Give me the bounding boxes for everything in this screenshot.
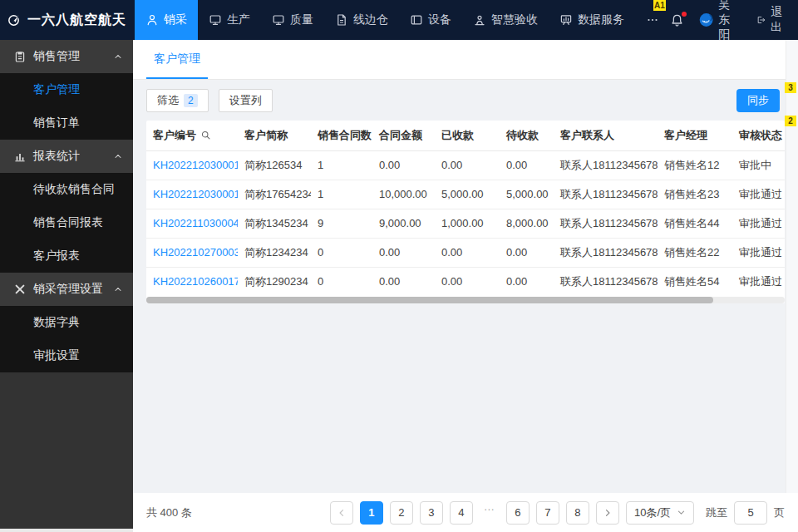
sidebar-item-customer-management[interactable]: 客户管理 <box>0 73 133 106</box>
column-header: 客户简称 <box>238 121 311 150</box>
table-cell: 简称17654234 <box>238 180 311 209</box>
sidebar-group-label: 销售管理 <box>33 49 106 64</box>
customer-id-link[interactable]: KH202210260017 <box>146 267 238 296</box>
nav-item-label: 生产 <box>227 12 250 27</box>
table-cell: 1,000.00 <box>435 209 500 238</box>
search-icon[interactable] <box>200 130 211 140</box>
tools-icon <box>13 283 27 296</box>
filter-button[interactable]: 筛选 2 <box>146 89 209 112</box>
table-cell: 销售姓名23 <box>658 180 732 209</box>
notification-bell-icon[interactable] <box>670 13 684 27</box>
sidebar-submenu: 数据字典审批设置 <box>0 306 133 372</box>
nav-item-lineside-warehouse[interactable]: 线边仓 <box>324 0 399 40</box>
horizontal-scrollbar <box>146 297 785 303</box>
page-button-2[interactable]: 2 <box>390 501 413 525</box>
table-cell: 简称1234234 <box>238 238 311 267</box>
bar-chart-icon <box>13 150 27 163</box>
pager: 1234...678 10条/页 跳至 页 <box>330 501 785 525</box>
column-header: 合同金额 <box>372 121 435 150</box>
table-cell: 1 <box>311 180 372 209</box>
page-button-3[interactable]: 3 <box>420 501 443 525</box>
column-settings-button[interactable]: 设置列 <box>219 89 273 112</box>
table-cell: 10,000.00 <box>372 180 435 209</box>
table-cell: 0.00 <box>500 150 554 180</box>
sidebar-group-report-statistics[interactable]: 报表统计 <box>0 140 133 173</box>
nav-item-equipment[interactable]: 设备 <box>399 0 462 40</box>
sidebar-item-approval-settings[interactable]: 审批设置 <box>0 339 133 372</box>
table-cell: 0 <box>311 267 372 296</box>
company-logo-icon <box>7 5 21 35</box>
sidebar-group-sales-management[interactable]: 销售管理 <box>0 40 133 73</box>
sidebar-group-procurement-settings[interactable]: 销采管理设置 <box>0 273 133 306</box>
sidebar-item-data-dictionary[interactable]: 数据字典 <box>0 306 133 339</box>
table-cell: 联系人18112345678 <box>554 238 658 267</box>
page-button-1[interactable]: 1 <box>360 501 383 525</box>
logout-button[interactable]: 退出 <box>756 5 786 35</box>
file-icon <box>335 13 348 27</box>
monitor-icon <box>209 13 222 27</box>
table-cell: 审批通过 <box>732 180 785 209</box>
sync-button[interactable]: 同步 <box>736 89 780 112</box>
table-cell: 0.00 <box>372 150 435 180</box>
table-row: KH202210260017简称129023400.000.000.00联系人1… <box>146 267 785 296</box>
nav-item-label: 质量 <box>290 12 313 27</box>
column-header: 客户编号 <box>146 121 238 150</box>
customer-id-link[interactable]: KH202210270003 <box>146 238 238 267</box>
page-button-7[interactable]: 7 <box>536 501 559 525</box>
annotation-tag-3: 3 <box>785 82 796 93</box>
table-row: KH202210270003简称123423400.000.000.00联系人1… <box>146 238 785 267</box>
nav-item-smart-acceptance[interactable]: 智慧验收 <box>462 0 549 40</box>
window-scrollbar[interactable] <box>786 40 798 493</box>
total-count: 共 400 条 <box>146 505 192 520</box>
jump-page-input[interactable] <box>734 501 767 525</box>
page-button-8[interactable]: 8 <box>566 501 589 525</box>
table-cell: 销售姓名12 <box>658 150 732 180</box>
column-header: 销售合同数 <box>311 121 372 150</box>
table-cell: 0.00 <box>500 238 554 267</box>
tab-customer-management[interactable]: 客户管理 <box>146 40 208 79</box>
nav-item-label: 设备 <box>428 12 451 27</box>
user-menu[interactable]: 吴东阳 <box>699 0 741 42</box>
page-button-6[interactable]: 6 <box>506 501 530 525</box>
annotation-tag-2: 2 <box>785 116 796 126</box>
table-cell: 8,000.00 <box>500 209 554 238</box>
logout-label: 退出 <box>771 5 786 35</box>
page-list: 1234...678 <box>360 501 589 525</box>
customer-table-card: 客户编号客户简称销售合同数合同金额已收款待收款客户联系人客户经理审核状态 KH2… <box>146 121 785 303</box>
customer-id-link[interactable]: KH202212030001 <box>146 180 238 209</box>
filter-label: 筛选 <box>157 93 179 108</box>
table-cell: 简称1345234 <box>238 209 311 238</box>
logout-icon <box>756 13 766 27</box>
horizontal-scrollbar-thumb[interactable] <box>146 297 713 303</box>
nav-item-production[interactable]: 生产 <box>198 0 261 40</box>
sidebar-item-sales-contract-report[interactable]: 销售合同报表 <box>0 206 133 239</box>
sidebar-item-sales-orders[interactable]: 销售订单 <box>0 106 133 140</box>
annotation-tag-a1: A1 <box>653 0 666 11</box>
page-button-4[interactable]: 4 <box>450 501 473 525</box>
sidebar-item-customer-report[interactable]: 客户报表 <box>0 239 133 273</box>
nav-item-label: 智慧验收 <box>491 12 538 27</box>
nav-item-data-service[interactable]: 数据服务 <box>549 0 635 40</box>
sidebar-item-receivable-sales-contracts[interactable]: 待收款销售合同 <box>0 173 133 206</box>
table-cell: 审批中 <box>732 150 785 180</box>
table-cell: 0.00 <box>435 267 500 296</box>
pagination-prev-button[interactable] <box>330 501 353 525</box>
table-cell: 0.00 <box>372 267 435 296</box>
nav-item-quality[interactable]: 质量 <box>261 0 324 40</box>
customer-id-link[interactable]: KH202211030004 <box>146 209 238 238</box>
pagination-footer: 共 400 条 1234...678 10条/页 跳至 页 <box>133 493 798 532</box>
page-size-select[interactable]: 10条/页 <box>626 501 694 525</box>
table-cell: 9,000.00 <box>372 209 435 238</box>
chevron-up-icon <box>113 284 123 294</box>
chevron-down-icon <box>677 508 686 517</box>
nav-item-label: 数据服务 <box>578 12 624 27</box>
table-body: KH202212030001简称12653410.000.000.00联系人18… <box>146 150 785 296</box>
top-navbar: 一六八航空航天 销采生产质量线边仓设备智慧验收数据服务 吴东阳 退出 <box>0 0 798 40</box>
customer-id-link[interactable]: KH202212030001 <box>146 150 238 180</box>
table-cell: 5,000.00 <box>435 180 500 209</box>
table-cell: 审批通过 <box>732 209 785 238</box>
pagination-ellipsis[interactable]: ... <box>480 501 500 525</box>
pagination-next-button[interactable] <box>596 501 619 525</box>
nav-item-sales[interactable]: 销采 <box>135 0 198 40</box>
table-cell: 0.00 <box>372 238 435 267</box>
